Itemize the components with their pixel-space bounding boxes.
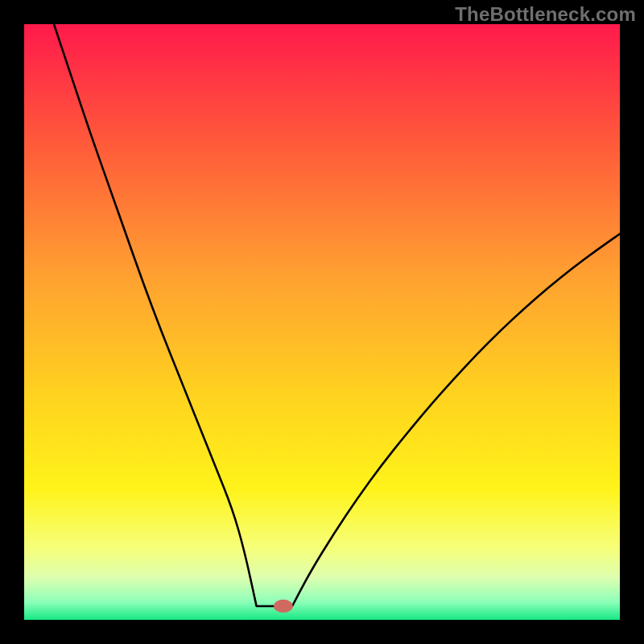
gradient-background — [24, 24, 620, 620]
chart-frame: TheBottleneck.com — [0, 0, 644, 644]
optimal-point-marker — [274, 600, 293, 613]
watermark-text: TheBottleneck.com — [455, 3, 636, 26]
bottleneck-chart — [24, 24, 620, 620]
